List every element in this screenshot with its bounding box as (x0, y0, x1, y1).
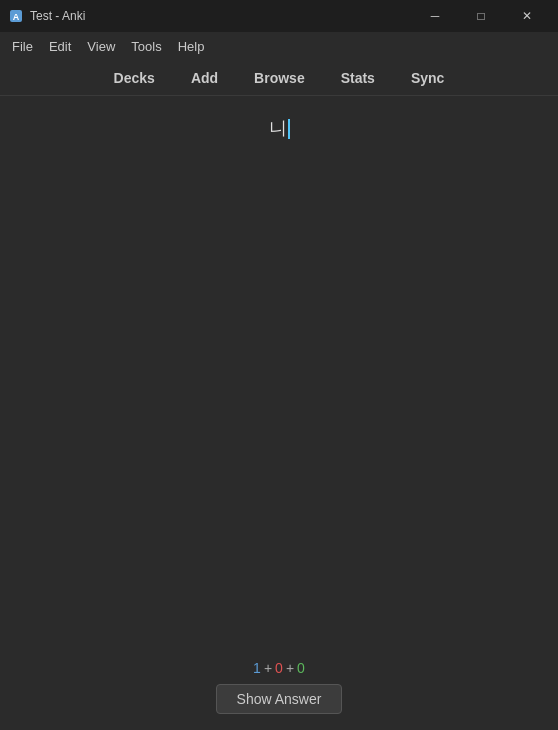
card-text: 니 (269, 118, 287, 138)
count-separator-1: + (264, 660, 272, 676)
window-title: Test - Anki (30, 9, 85, 23)
nav-bar: Decks Add Browse Stats Sync (0, 60, 558, 96)
count-green: 0 (297, 660, 305, 676)
menu-file[interactable]: File (4, 37, 41, 56)
title-bar: A Test - Anki ─ □ ✕ (0, 0, 558, 32)
app-icon: A (8, 8, 24, 24)
count-separator-2: + (286, 660, 294, 676)
card-content: 니 (269, 116, 290, 140)
minimize-button[interactable]: ─ (412, 0, 458, 32)
svg-text:A: A (13, 12, 20, 22)
title-bar-left: A Test - Anki (8, 8, 85, 24)
bottom-area: 1 + 0 + 0 Show Answer (0, 648, 558, 730)
title-bar-controls: ─ □ ✕ (412, 0, 550, 32)
show-answer-button[interactable]: Show Answer (216, 684, 343, 714)
nav-stats[interactable]: Stats (333, 66, 383, 90)
close-button[interactable]: ✕ (504, 0, 550, 32)
count-display: 1 + 0 + 0 (253, 660, 305, 676)
nav-decks[interactable]: Decks (106, 66, 163, 90)
menu-view[interactable]: View (79, 37, 123, 56)
card-area: 니 (0, 96, 558, 648)
count-blue: 1 (253, 660, 261, 676)
menu-help[interactable]: Help (170, 37, 213, 56)
maximize-button[interactable]: □ (458, 0, 504, 32)
menu-tools[interactable]: Tools (123, 37, 169, 56)
text-cursor (288, 119, 290, 139)
menu-edit[interactable]: Edit (41, 37, 79, 56)
nav-sync[interactable]: Sync (403, 66, 452, 90)
nav-add[interactable]: Add (183, 66, 226, 90)
count-red: 0 (275, 660, 283, 676)
nav-browse[interactable]: Browse (246, 66, 313, 90)
menu-bar: File Edit View Tools Help (0, 32, 558, 60)
